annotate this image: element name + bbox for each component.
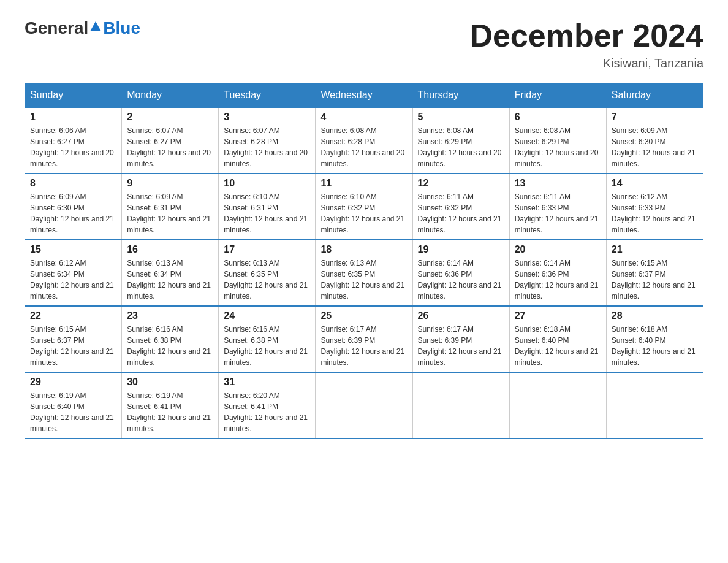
calendar-day-cell: 26Sunrise: 6:17 AMSunset: 6:39 PMDayligh… <box>412 306 509 372</box>
day-number: 10 <box>224 178 310 189</box>
calendar-day-cell: 25Sunrise: 6:17 AMSunset: 6:39 PMDayligh… <box>316 306 412 372</box>
calendar-day-cell: 4Sunrise: 6:08 AMSunset: 6:28 PMDaylight… <box>316 107 412 174</box>
day-info: Sunrise: 6:09 AMSunset: 6:30 PMDaylight:… <box>612 125 698 169</box>
day-info: Sunrise: 6:08 AMSunset: 6:28 PMDaylight:… <box>320 125 407 169</box>
day-info: Sunrise: 6:13 AMSunset: 6:35 PMDaylight:… <box>224 258 310 302</box>
day-info: Sunrise: 6:08 AMSunset: 6:29 PMDaylight:… <box>418 125 504 169</box>
day-info: Sunrise: 6:12 AMSunset: 6:33 PMDaylight:… <box>612 191 698 236</box>
day-info: Sunrise: 6:13 AMSunset: 6:35 PMDaylight:… <box>320 258 407 302</box>
day-info: Sunrise: 6:20 AMSunset: 6:41 PMDaylight:… <box>224 390 310 434</box>
day-number: 15 <box>30 244 116 255</box>
day-number: 26 <box>418 310 504 321</box>
day-number: 2 <box>127 112 213 123</box>
calendar-day-cell: 1Sunrise: 6:06 AMSunset: 6:27 PMDaylight… <box>25 107 122 174</box>
day-number: 21 <box>612 244 698 255</box>
calendar-day-cell: 20Sunrise: 6:14 AMSunset: 6:36 PMDayligh… <box>509 240 606 306</box>
day-info: Sunrise: 6:14 AMSunset: 6:36 PMDaylight:… <box>515 258 601 302</box>
calendar-day-cell: 24Sunrise: 6:16 AMSunset: 6:38 PMDayligh… <box>219 306 316 372</box>
day-number: 25 <box>320 310 407 321</box>
day-number: 9 <box>127 178 213 189</box>
day-number: 4 <box>320 112 407 123</box>
day-number: 20 <box>515 244 601 255</box>
day-info: Sunrise: 6:11 AMSunset: 6:32 PMDaylight:… <box>418 191 504 236</box>
calendar-header-row: SundayMondayTuesdayWednesdayThursdayFrid… <box>25 83 703 108</box>
calendar-day-cell: 29Sunrise: 6:19 AMSunset: 6:40 PMDayligh… <box>25 372 122 439</box>
day-info: Sunrise: 6:09 AMSunset: 6:30 PMDaylight:… <box>30 191 116 236</box>
calendar-day-cell: 18Sunrise: 6:13 AMSunset: 6:35 PMDayligh… <box>316 240 412 306</box>
day-info: Sunrise: 6:15 AMSunset: 6:37 PMDaylight:… <box>30 324 116 368</box>
day-info: Sunrise: 6:08 AMSunset: 6:29 PMDaylight:… <box>515 125 601 169</box>
location-subtitle: Kisiwani, Tanzania <box>469 56 703 71</box>
calendar-day-cell: 2Sunrise: 6:07 AMSunset: 6:27 PMDaylight… <box>122 107 219 174</box>
day-info: Sunrise: 6:07 AMSunset: 6:27 PMDaylight:… <box>127 125 213 169</box>
day-number: 22 <box>30 310 116 321</box>
calendar-day-cell: 31Sunrise: 6:20 AMSunset: 6:41 PMDayligh… <box>219 372 316 439</box>
logo-blue-text: Blue <box>103 18 140 38</box>
day-info: Sunrise: 6:06 AMSunset: 6:27 PMDaylight:… <box>30 125 116 169</box>
calendar-day-cell <box>412 372 509 439</box>
day-number: 5 <box>418 112 504 123</box>
day-number: 14 <box>612 178 698 189</box>
day-info: Sunrise: 6:13 AMSunset: 6:34 PMDaylight:… <box>127 258 213 302</box>
day-info: Sunrise: 6:19 AMSunset: 6:40 PMDaylight:… <box>30 390 116 434</box>
day-info: Sunrise: 6:18 AMSunset: 6:40 PMDaylight:… <box>612 324 698 368</box>
page-header: General Blue December 2024 Kisiwani, Tan… <box>25 18 703 71</box>
day-number: 8 <box>30 178 116 189</box>
calendar-day-cell: 30Sunrise: 6:19 AMSunset: 6:41 PMDayligh… <box>122 372 219 439</box>
calendar-week-row: 1Sunrise: 6:06 AMSunset: 6:27 PMDaylight… <box>25 107 703 174</box>
logo-triangle-icon <box>89 20 102 34</box>
calendar-day-cell: 8Sunrise: 6:09 AMSunset: 6:30 PMDaylight… <box>25 174 122 240</box>
calendar-day-cell: 10Sunrise: 6:10 AMSunset: 6:31 PMDayligh… <box>219 174 316 240</box>
calendar-header-sunday: Sunday <box>25 83 122 108</box>
day-number: 23 <box>127 310 213 321</box>
calendar-week-row: 8Sunrise: 6:09 AMSunset: 6:30 PMDaylight… <box>25 174 703 240</box>
calendar-day-cell: 9Sunrise: 6:09 AMSunset: 6:31 PMDaylight… <box>122 174 219 240</box>
day-info: Sunrise: 6:16 AMSunset: 6:38 PMDaylight:… <box>127 324 213 368</box>
calendar-day-cell: 22Sunrise: 6:15 AMSunset: 6:37 PMDayligh… <box>25 306 122 372</box>
day-info: Sunrise: 6:17 AMSunset: 6:39 PMDaylight:… <box>320 324 407 368</box>
day-info: Sunrise: 6:17 AMSunset: 6:39 PMDaylight:… <box>418 324 504 368</box>
svg-marker-0 <box>90 21 101 31</box>
day-number: 13 <box>515 178 601 189</box>
logo-area: General Blue <box>25 18 140 38</box>
calendar-day-cell: 11Sunrise: 6:10 AMSunset: 6:32 PMDayligh… <box>316 174 412 240</box>
calendar-day-cell: 14Sunrise: 6:12 AMSunset: 6:33 PMDayligh… <box>606 174 703 240</box>
calendar-header-wednesday: Wednesday <box>316 83 412 108</box>
calendar-day-cell: 19Sunrise: 6:14 AMSunset: 6:36 PMDayligh… <box>412 240 509 306</box>
calendar-day-cell: 16Sunrise: 6:13 AMSunset: 6:34 PMDayligh… <box>122 240 219 306</box>
calendar-day-cell <box>316 372 412 439</box>
calendar-day-cell: 28Sunrise: 6:18 AMSunset: 6:40 PMDayligh… <box>606 306 703 372</box>
day-number: 11 <box>320 178 407 189</box>
calendar-day-cell: 7Sunrise: 6:09 AMSunset: 6:30 PMDaylight… <box>606 107 703 174</box>
calendar-day-cell: 21Sunrise: 6:15 AMSunset: 6:37 PMDayligh… <box>606 240 703 306</box>
day-number: 3 <box>224 112 310 123</box>
calendar-week-row: 29Sunrise: 6:19 AMSunset: 6:40 PMDayligh… <box>25 372 703 439</box>
calendar-day-cell: 12Sunrise: 6:11 AMSunset: 6:32 PMDayligh… <box>412 174 509 240</box>
day-number: 31 <box>224 377 310 388</box>
day-info: Sunrise: 6:16 AMSunset: 6:38 PMDaylight:… <box>224 324 310 368</box>
day-number: 7 <box>612 112 698 123</box>
day-number: 28 <box>612 310 698 321</box>
day-number: 24 <box>224 310 310 321</box>
day-number: 27 <box>515 310 601 321</box>
day-number: 29 <box>30 377 116 388</box>
calendar-header-friday: Friday <box>509 83 606 108</box>
day-info: Sunrise: 6:12 AMSunset: 6:34 PMDaylight:… <box>30 258 116 302</box>
day-number: 16 <box>127 244 213 255</box>
day-number: 6 <box>515 112 601 123</box>
calendar-day-cell: 3Sunrise: 6:07 AMSunset: 6:28 PMDaylight… <box>219 107 316 174</box>
logo-general-text: General <box>25 18 88 38</box>
day-info: Sunrise: 6:10 AMSunset: 6:31 PMDaylight:… <box>224 191 310 236</box>
calendar-table: SundayMondayTuesdayWednesdayThursdayFrid… <box>25 83 703 439</box>
title-area: December 2024 Kisiwani, Tanzania <box>469 18 703 71</box>
page-title: December 2024 <box>469 18 703 53</box>
calendar-header-thursday: Thursday <box>412 83 509 108</box>
calendar-header-saturday: Saturday <box>606 83 703 108</box>
calendar-week-row: 22Sunrise: 6:15 AMSunset: 6:37 PMDayligh… <box>25 306 703 372</box>
logo: General Blue <box>25 18 140 38</box>
calendar-day-cell: 6Sunrise: 6:08 AMSunset: 6:29 PMDaylight… <box>509 107 606 174</box>
calendar-day-cell <box>606 372 703 439</box>
day-number: 17 <box>224 244 310 255</box>
calendar-day-cell: 5Sunrise: 6:08 AMSunset: 6:29 PMDaylight… <box>412 107 509 174</box>
day-info: Sunrise: 6:18 AMSunset: 6:40 PMDaylight:… <box>515 324 601 368</box>
